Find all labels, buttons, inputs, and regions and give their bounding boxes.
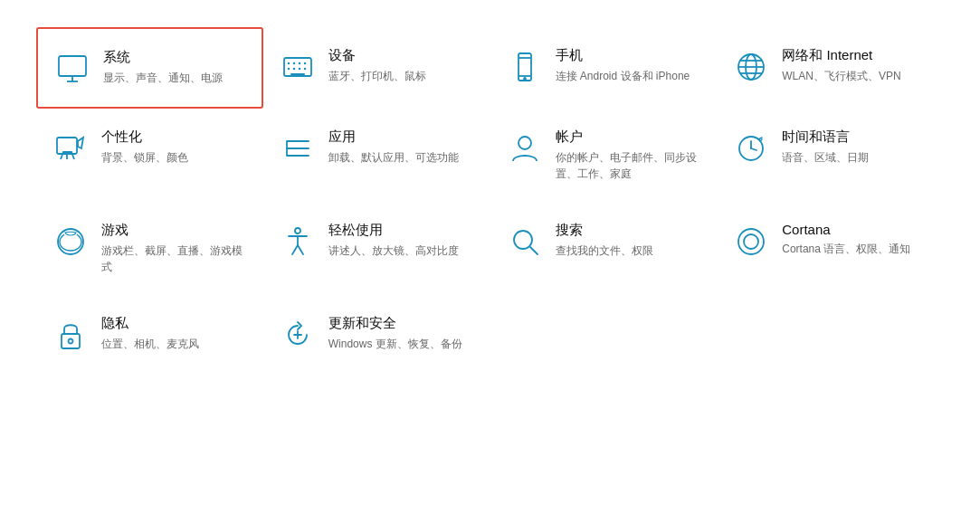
- monitor-icon: [54, 51, 90, 87]
- search-icon: [507, 224, 543, 260]
- settings-text-devices: 设备 蓝牙、打印机、鼠标: [328, 47, 426, 84]
- svg-line-36: [530, 247, 538, 254]
- apps-icon: [280, 130, 316, 167]
- settings-desc-network: WLAN、飞行模式、VPN: [782, 68, 900, 84]
- svg-point-37: [738, 229, 764, 254]
- settings-item-accounts[interactable]: 帐户 你的帐户、电子邮件、同步设置、工作、家庭: [490, 109, 718, 202]
- settings-text-apps: 应用 卸载、默认应用、可选功能: [328, 128, 459, 166]
- settings-title-search: 搜索: [556, 222, 653, 239]
- settings-title-network: 网络和 Internet: [782, 47, 900, 64]
- svg-point-33: [295, 228, 300, 233]
- settings-item-network[interactable]: 网络和 Internet WLAN、飞行模式、VPN: [717, 27, 944, 109]
- settings-grid: 系统 显示、声音、通知、电源 设备 蓝牙、打印机、鼠标 手机 连接 Androi…: [36, 27, 944, 373]
- svg-point-38: [744, 234, 758, 249]
- settings-text-personalization: 个性化 背景、锁屏、颜色: [101, 128, 188, 166]
- settings-text-system: 系统 显示、声音、通知、电源: [103, 49, 223, 86]
- settings-desc-time: 语音、区域、日期: [782, 149, 869, 166]
- svg-point-40: [69, 339, 73, 344]
- settings-title-personalization: 个性化: [101, 128, 188, 146]
- svg-point-35: [514, 231, 532, 249]
- settings-item-update[interactable]: 更新和安全 Windows 更新、恢复、备份: [263, 295, 490, 373]
- settings-title-accessibility: 轻松使用: [328, 222, 459, 239]
- settings-item-privacy[interactable]: 隐私 位置、相机、麦克风: [36, 295, 263, 373]
- settings-desc-system: 显示、声音、通知、电源: [103, 70, 223, 86]
- settings-desc-personalization: 背景、锁屏、颜色: [101, 149, 188, 166]
- settings-desc-phone: 连接 Android 设备和 iPhone: [556, 68, 690, 84]
- settings-text-accounts: 帐户 你的帐户、电子邮件、同步设置、工作、家庭: [556, 128, 700, 182]
- settings-text-privacy: 隐私 位置、相机、麦克风: [101, 315, 199, 352]
- time-icon: [733, 130, 769, 167]
- svg-rect-39: [62, 334, 80, 348]
- settings-item-system[interactable]: 系统 显示、声音、通知、电源: [36, 27, 263, 109]
- settings-title-cortana: Cortana: [782, 222, 910, 237]
- settings-desc-search: 查找我的文件、权限: [556, 243, 653, 259]
- settings-item-apps[interactable]: 应用 卸载、默认应用、可选功能: [263, 109, 490, 202]
- person-icon: [507, 130, 543, 167]
- settings-item-personalization[interactable]: 个性化 背景、锁屏、颜色: [36, 109, 263, 202]
- settings-title-devices: 设备: [328, 47, 426, 64]
- settings-title-update: 更新和安全: [328, 315, 462, 332]
- settings-text-gaming: 游戏 游戏栏、截屏、直播、游戏模式: [101, 222, 246, 275]
- settings-title-gaming: 游戏: [101, 222, 246, 239]
- settings-title-system: 系统: [103, 49, 223, 66]
- settings-item-gaming[interactable]: 游戏 游戏栏、截屏、直播、游戏模式: [36, 202, 263, 295]
- cortana-icon: [733, 224, 769, 260]
- svg-line-31: [751, 148, 756, 150]
- settings-item-accessibility[interactable]: 轻松使用 讲述人、放大镜、高对比度: [263, 202, 490, 295]
- svg-rect-0: [59, 56, 86, 76]
- globe-icon: [733, 49, 769, 85]
- settings-item-cortana[interactable]: Cortana Cortana 语言、权限、通知: [717, 202, 944, 295]
- settings-text-phone: 手机 连接 Android 设备和 iPhone: [556, 47, 690, 84]
- personalize-icon: [52, 130, 89, 167]
- settings-desc-gaming: 游戏栏、截屏、直播、游戏模式: [101, 243, 246, 275]
- svg-point-16: [524, 78, 526, 80]
- settings-title-time: 时间和语言: [782, 128, 869, 146]
- settings-item-search[interactable]: 搜索 查找我的文件、权限: [490, 202, 718, 295]
- settings-title-accounts: 帐户: [556, 128, 700, 146]
- settings-desc-apps: 卸载、默认应用、可选功能: [328, 149, 459, 166]
- settings-text-update: 更新和安全 Windows 更新、恢复、备份: [328, 315, 462, 352]
- lock-icon: [52, 317, 89, 353]
- settings-item-phone[interactable]: 手机 连接 Android 设备和 iPhone: [490, 27, 718, 109]
- accessibility-icon: [280, 224, 316, 260]
- settings-title-apps: 应用: [328, 128, 459, 146]
- settings-title-privacy: 隐私: [101, 315, 199, 332]
- settings-title-phone: 手机: [556, 47, 690, 64]
- settings-text-search: 搜索 查找我的文件、权限: [556, 222, 653, 259]
- keyboard-icon: [280, 49, 316, 85]
- settings-desc-privacy: 位置、相机、麦克风: [101, 336, 199, 352]
- settings-text-network: 网络和 Internet WLAN、飞行模式、VPN: [782, 47, 900, 84]
- settings-desc-update: Windows 更新、恢复、备份: [328, 336, 462, 352]
- settings-desc-accessibility: 讲述人、放大镜、高对比度: [328, 243, 459, 259]
- svg-point-28: [519, 137, 531, 149]
- settings-text-time: 时间和语言 语音、区域、日期: [782, 128, 869, 166]
- settings-text-cortana: Cortana Cortana 语言、权限、通知: [782, 222, 910, 257]
- settings-desc-devices: 蓝牙、打印机、鼠标: [328, 68, 426, 84]
- xbox-icon: [52, 224, 89, 260]
- settings-text-accessibility: 轻松使用 讲述人、放大镜、高对比度: [328, 222, 459, 259]
- settings-item-time[interactable]: 时间和语言 语音、区域、日期: [717, 109, 944, 202]
- settings-desc-cortana: Cortana 语言、权限、通知: [782, 241, 910, 257]
- settings-item-devices[interactable]: 设备 蓝牙、打印机、鼠标: [263, 27, 490, 109]
- phone-icon: [507, 49, 543, 85]
- update-icon: [280, 317, 316, 353]
- settings-desc-accounts: 你的帐户、电子邮件、同步设置、工作、家庭: [556, 149, 700, 182]
